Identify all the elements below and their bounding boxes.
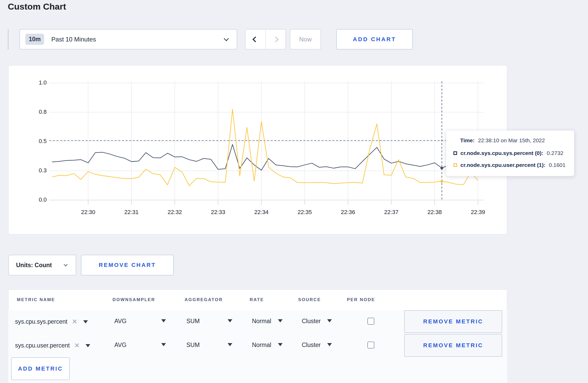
chart-card[interactable]: [8, 65, 507, 234]
tooltip-series-value: 0.1601: [549, 162, 565, 168]
aggregator-select[interactable]: SUM: [186, 342, 200, 349]
time-range-badge: 10m: [25, 34, 44, 45]
tooltip-series-value: 0.2732: [547, 150, 563, 156]
downsampler-select[interactable]: AVG: [114, 342, 127, 349]
chevron-down-icon: [64, 262, 68, 266]
aggregator-select[interactable]: SUM: [186, 318, 200, 325]
series-swatch-user: [453, 163, 457, 167]
chevron-down-icon: [224, 36, 229, 41]
caret-down-icon[interactable]: [228, 319, 232, 322]
source-select[interactable]: Cluster: [302, 318, 321, 325]
caret-down-icon: [83, 320, 88, 323]
time-range-label: Past 10 Minutes: [51, 36, 96, 43]
now-button[interactable]: Now: [290, 29, 321, 49]
tooltip-series-label: cr.node.sys.cpu.sys.percent (0):: [460, 150, 543, 156]
caret-down-icon[interactable]: [278, 343, 283, 346]
add-metric-button[interactable]: ADD METRIC: [11, 357, 70, 380]
metric-name-value: sys.cpu.user.percent: [15, 342, 70, 349]
tooltip-series-label: cr.node.sys.cpu.user.percent (1):: [460, 162, 545, 168]
caret-down-icon[interactable]: [228, 343, 232, 346]
series-swatch-sys: [453, 151, 457, 155]
units-label: Units: Count: [16, 262, 52, 269]
toolbar-left-rule: [8, 29, 9, 49]
time-forward-button[interactable]: [265, 30, 285, 49]
tooltip-time-value: 22:38:10 on Mar 15th, 2022: [478, 137, 545, 144]
chevron-left-icon: [253, 36, 258, 42]
time-nav-group: [245, 29, 286, 49]
column-header-source: SOURCE: [298, 297, 321, 302]
per-node-checkbox[interactable]: [367, 342, 374, 349]
caret-down-icon[interactable]: [161, 319, 166, 322]
add-chart-button[interactable]: ADD CHART: [336, 29, 413, 49]
caret-down-icon[interactable]: [327, 343, 332, 346]
remove-metric-button[interactable]: REMOVE METRIC: [404, 334, 502, 357]
time-range-select[interactable]: 10m Past 10 Minutes: [19, 29, 237, 49]
column-header-aggregator: AGGREGATOR: [185, 297, 223, 302]
time-back-button[interactable]: [246, 30, 265, 49]
clear-metric-icon[interactable]: ✕: [72, 318, 78, 326]
column-header-downsampler: DOWNSAMPLER: [113, 297, 155, 302]
source-select[interactable]: Cluster: [302, 342, 321, 349]
metric-name-select[interactable]: sys.cpu.user.percent ✕: [15, 342, 90, 350]
per-node-checkbox[interactable]: [367, 318, 374, 325]
rate-select[interactable]: Normal: [252, 318, 271, 325]
units-select[interactable]: Units: Count: [8, 255, 76, 275]
chart-hover-tooltip: Time: 22:38:10 on Mar 15th, 2022 cr.node…: [446, 130, 574, 176]
chevron-right-icon: [273, 36, 279, 42]
caret-down-icon[interactable]: [327, 319, 332, 322]
caret-down-icon: [86, 344, 90, 347]
tooltip-time-label: Time:: [460, 137, 475, 144]
page-title: Custom Chart: [8, 2, 66, 12]
remove-chart-button[interactable]: REMOVE CHART: [81, 255, 174, 275]
rate-select[interactable]: Normal: [252, 342, 271, 349]
caret-down-icon[interactable]: [278, 319, 283, 322]
metric-name-value: sys.cpu.sys.percent: [15, 318, 67, 325]
caret-down-icon[interactable]: [161, 343, 166, 346]
clear-metric-icon[interactable]: ✕: [74, 342, 80, 350]
remove-metric-button[interactable]: REMOVE METRIC: [404, 310, 502, 333]
metric-name-select[interactable]: sys.cpu.sys.percent ✕: [15, 318, 88, 326]
column-header-metric-name: METRIC NAME: [17, 297, 55, 302]
downsampler-select[interactable]: AVG: [114, 318, 127, 325]
column-header-rate: RATE: [250, 297, 264, 302]
column-header-per-node: PER NODE: [347, 297, 375, 302]
